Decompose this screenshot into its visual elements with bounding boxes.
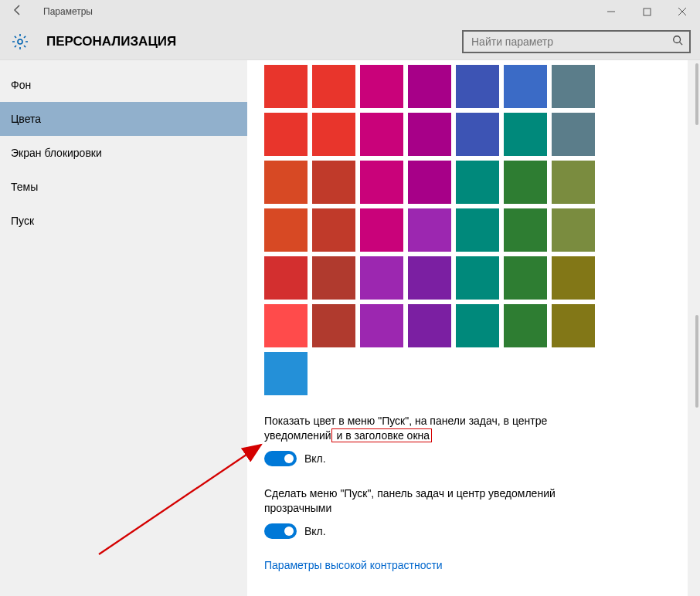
color-swatch[interactable] [360,256,403,300]
color-swatch[interactable] [552,65,595,108]
color-swatch[interactable] [456,161,499,204]
sidebar-item-colors[interactable]: Цвета [0,102,247,136]
sidebar-item-start[interactable]: Пуск [0,204,247,238]
sidebar-item-label: Фон [11,79,31,91]
color-swatch[interactable] [360,208,403,252]
search-box[interactable] [462,30,691,53]
search-icon [672,35,683,48]
sidebar-item-label: Цвета [11,113,41,125]
color-swatch[interactable] [456,304,499,347]
sidebar-item-label: Экран блокировки [11,147,102,159]
color-swatch[interactable] [264,113,308,156]
color-swatch[interactable] [312,256,355,300]
maximize-button[interactable] [629,0,664,23]
color-swatch[interactable] [312,113,355,156]
scrollbar[interactable] [688,60,700,596]
svg-point-4 [18,39,22,44]
color-swatch[interactable] [552,208,595,252]
color-swatch[interactable] [456,256,499,300]
window-title: Параметры [43,6,93,17]
annotation-highlight: и в заголовке окна [331,428,432,442]
svg-point-5 [674,36,681,43]
header: ПЕРСОНАЛИЗАЦИЯ [0,23,700,60]
color-swatch[interactable] [504,208,547,252]
color-swatch[interactable] [552,113,595,156]
sidebar-item-lockscreen[interactable]: Экран блокировки [0,136,247,170]
color-swatch[interactable] [408,161,451,204]
color-swatch[interactable] [456,65,499,108]
color-swatch[interactable] [360,161,403,204]
color-swatch[interactable] [552,256,595,300]
color-swatch[interactable] [408,304,451,347]
transparency-setting-label: Сделать меню "Пуск", панель задач и цент… [264,486,589,516]
transparency-toggle[interactable] [264,523,297,539]
sidebar: Фон Цвета Экран блокировки Темы Пуск [0,60,247,596]
color-swatch[interactable] [456,113,499,156]
color-swatch[interactable] [408,113,451,156]
search-input[interactable] [470,35,672,49]
svg-rect-1 [644,8,651,15]
gear-icon [11,32,29,51]
transparency-toggle-state: Вкл. [304,525,326,537]
color-swatch[interactable] [504,256,547,300]
color-swatch[interactable] [264,161,308,204]
selected-color-swatch[interactable] [264,352,308,395]
back-button[interactable] [5,4,31,19]
minimize-button[interactable] [593,0,629,23]
titlebar: Параметры [0,0,700,23]
color-swatch[interactable] [264,65,308,108]
sidebar-item-background[interactable]: Фон [0,68,247,102]
color-swatch[interactable] [312,304,355,347]
color-swatch[interactable] [264,304,308,347]
color-swatch[interactable] [504,113,547,156]
category-title: ПЕРСОНАЛИЗАЦИЯ [46,34,176,49]
svg-line-6 [680,42,683,46]
color-swatch[interactable] [456,208,499,252]
color-swatch[interactable] [360,65,403,108]
color-swatch[interactable] [408,208,451,252]
color-swatch[interactable] [504,304,547,347]
show-color-toggle-state: Вкл. [304,452,326,465]
color-swatch[interactable] [360,304,403,347]
color-swatch[interactable] [312,161,355,204]
color-swatch[interactable] [504,65,547,108]
color-swatch[interactable] [360,113,403,156]
color-swatch[interactable] [504,161,547,204]
show-color-toggle[interactable] [264,451,297,466]
color-swatch[interactable] [312,65,355,108]
color-swatch[interactable] [552,161,595,204]
color-swatch[interactable] [264,208,308,252]
color-swatch[interactable] [408,256,451,300]
color-swatch[interactable] [408,65,451,108]
color-swatch[interactable] [264,256,308,300]
color-palette [264,65,700,347]
sidebar-item-label: Пуск [11,215,34,227]
sidebar-item-themes[interactable]: Темы [0,170,247,204]
show-color-setting-label: Показать цвет в меню "Пуск", на панели з… [264,414,589,443]
color-swatch[interactable] [312,208,355,252]
content-pane: Показать цвет в меню "Пуск", на панели з… [247,60,700,596]
sidebar-item-label: Темы [11,181,38,193]
high-contrast-link[interactable]: Параметры высокой контрастности [264,559,443,571]
color-swatch[interactable] [552,304,595,347]
close-button[interactable] [664,0,700,23]
